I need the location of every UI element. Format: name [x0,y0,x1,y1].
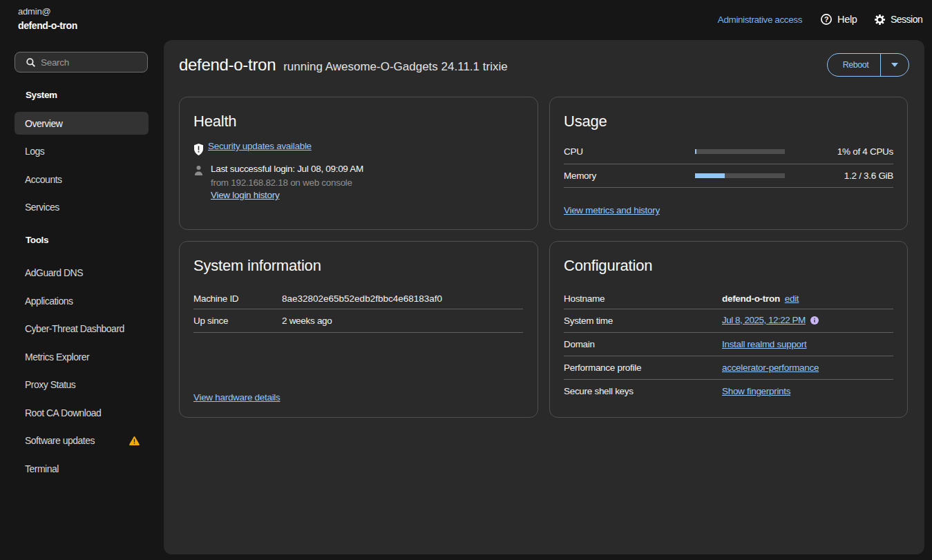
svg-text:?: ? [824,15,828,23]
